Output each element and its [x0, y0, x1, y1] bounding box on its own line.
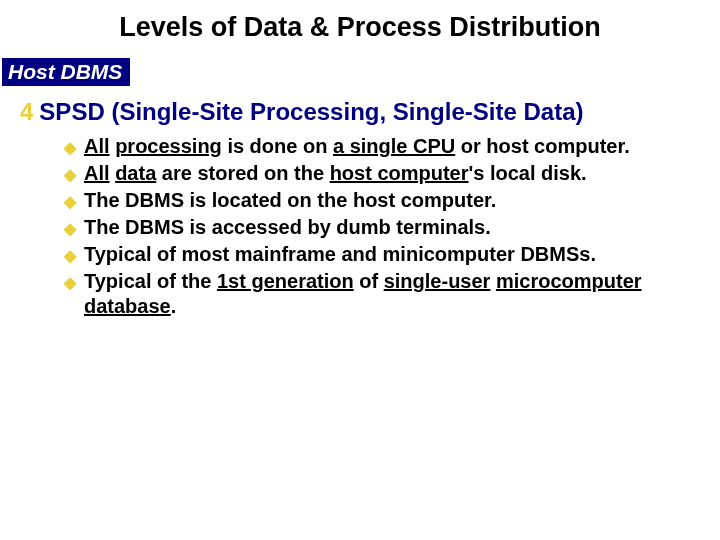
slide: Levels of Data & Process Distribution Ho…: [0, 0, 720, 540]
bullet-text: Typical of the 1st generation of single-…: [84, 269, 684, 319]
four-icon: 4: [20, 98, 33, 126]
content-section: 4 SPSD (Single-Site Processing, Single-S…: [20, 98, 700, 321]
diamond-icon: ◆: [64, 165, 76, 185]
bullet-text: The DBMS is accessed by dumb terminals.: [84, 215, 684, 240]
diamond-icon: ◆: [64, 192, 76, 212]
bullet-item: ◆Typical of the 1st generation of single…: [64, 269, 684, 319]
section-heading: 4 SPSD (Single-Site Processing, Single-S…: [20, 98, 700, 126]
bullet-item: ◆Typical of most mainframe and minicompu…: [64, 242, 684, 267]
bullet-item: ◆The DBMS is located on the host compute…: [64, 188, 684, 213]
bullet-item: ◆All data are stored on the host compute…: [64, 161, 684, 186]
bullet-text: All processing is done on a single CPU o…: [84, 134, 684, 159]
host-dbms-badge: Host DBMS: [2, 58, 130, 86]
bullet-text: Typical of most mainframe and minicomput…: [84, 242, 684, 267]
bullet-text: All data are stored on the host computer…: [84, 161, 684, 186]
diamond-icon: ◆: [64, 138, 76, 158]
heading-text: SPSD (Single-Site Processing, Single-Sit…: [39, 98, 583, 126]
bullet-item: ◆All processing is done on a single CPU …: [64, 134, 684, 159]
diamond-icon: ◆: [64, 273, 76, 293]
bullet-text: The DBMS is located on the host computer…: [84, 188, 684, 213]
bullet-list: ◆All processing is done on a single CPU …: [64, 134, 684, 319]
diamond-icon: ◆: [64, 246, 76, 266]
diamond-icon: ◆: [64, 219, 76, 239]
bullet-item: ◆The DBMS is accessed by dumb terminals.: [64, 215, 684, 240]
slide-title: Levels of Data & Process Distribution: [0, 12, 720, 43]
